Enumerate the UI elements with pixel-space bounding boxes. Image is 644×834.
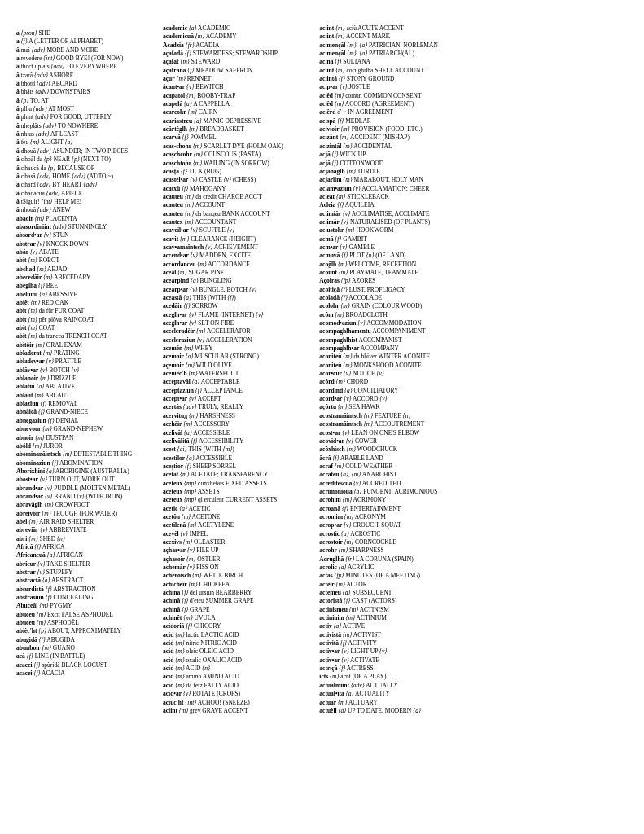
- list-item: acertăs {adv} TRULY, REALLY: [163, 403, 309, 411]
- list-item: ablatiù {a} ABLATIVE: [16, 383, 151, 391]
- list-item: acarcohr {m} CAIRN: [163, 108, 309, 116]
- list-item: acetăt {m} ACETATE; TRANSPARENCY: [163, 471, 309, 479]
- list-item: acleat {m} STICKLEBACK: [319, 193, 466, 201]
- list-item: acav•amaîntsch {v} ACHIEVEMENT: [163, 244, 309, 252]
- list-item: â c'hoăl da {p} NEAR {p} (NEXT TO): [16, 156, 151, 164]
- list-item: academicuă {m} ACADEMY: [163, 33, 309, 41]
- list-item: abravăglh {m} CROWFOOT: [16, 501, 151, 509]
- list-item: aceglh•ar {v} FLAME (INTERNET) {v}: [163, 311, 309, 319]
- list-item: actualmiint {adv} ACTUALLY: [319, 682, 466, 690]
- list-item: acid {m} amino AMINO ACID: [163, 673, 309, 681]
- column-2: aciint {m} aciù ACUTE ACCENTaciint {m} A…: [314, 24, 471, 715]
- list-item: achină {f} d'eteu SUMMER GRAPE: [163, 597, 309, 605]
- list-item: acivioir {m} PROVISION (FOOD, ETC.): [319, 125, 466, 134]
- list-item: acavit {m} CLEARANCE (HEIGHT): [163, 235, 309, 244]
- list-item: Acleia {f} AQUILEIA: [319, 201, 466, 209]
- list-item: abreviăr {v} ABBREVIATE: [16, 526, 151, 534]
- list-item: acearp•ar {v} BUNGLE, BOTCH {v}: [163, 286, 309, 294]
- list-item: abit {m} pêr plòva RAINCOAT: [16, 316, 151, 324]
- list-item: actăs {fp} MINUTES (OF A MEETING): [319, 572, 466, 580]
- list-item: acor•cur {v} NOTICE {v}: [319, 370, 466, 378]
- list-item: această {a} THIS (WITH {f}): [163, 294, 309, 302]
- list-item: actiniuim {m} ACTINIUM: [319, 614, 466, 622]
- list-item: accordanceu {m} ACCORDANCE: [163, 261, 309, 269]
- list-item: ablaut {m} ABLAUT: [16, 392, 151, 400]
- list-item: abchad {m} ABJAD: [16, 266, 151, 274]
- list-item: aconiteù {m} da bhiver WINTER ACONITE: [319, 353, 466, 361]
- list-item: açafăt {m} STEWARD: [163, 58, 309, 66]
- list-item: acervituд {m} HARSHNESS: [163, 412, 309, 420]
- list-item: abnăică {f} GRAND-NIECE: [16, 408, 151, 416]
- list-item: acostramăintsch {m} FEATURE {n}: [319, 412, 466, 420]
- list-item: acid {m} ACID {n}: [163, 665, 309, 673]
- list-item: acapatol {m} BOOBY-TRAP: [163, 92, 309, 100]
- list-item: Africă {f} AFRICA: [16, 543, 151, 551]
- list-item: abaoir {m} PLACENTA: [16, 215, 151, 223]
- list-item: actriçă {f} ACTRESS: [319, 665, 466, 673]
- list-item: acid {m} oleic OLEIC ACID: [163, 647, 309, 656]
- list-item: Aborixhini {a} ABORIGINE (AUSTRALIA): [16, 467, 151, 476]
- list-item: absurdistă {f} ABSTRACTION: [16, 586, 151, 594]
- list-item: abecedăir {m} ABECEDARY: [16, 274, 151, 282]
- list-item: abiêt {m} RED OAK: [16, 299, 151, 307]
- list-item: Africancuă {a} AFRICAN: [16, 551, 151, 560]
- list-item: acrimoniouă {a} PUNGENT; ACRIMONIOUS: [319, 488, 466, 496]
- list-item: acă {f} LINE (IN BATTLE): [16, 652, 151, 661]
- list-item: abnevour {m} GRAND-NEPHEW: [16, 425, 151, 433]
- list-item: abit {m} ROBOT: [16, 257, 151, 265]
- list-item: abăr {v} ABATE: [16, 248, 151, 257]
- list-item: acreditescuă {v} ACCREDITED: [319, 480, 466, 488]
- list-item: acid {m} oxalic OXALIC ACID: [163, 656, 309, 665]
- list-item: acaveil•ar {v} SCUFFLE {v}: [163, 226, 309, 235]
- list-item: ablaziun {f} REMOVAL: [16, 400, 151, 408]
- list-item: accept•ar {v} ACCEPT: [163, 395, 309, 403]
- list-item: actuăr {m} ACTUARY: [319, 699, 466, 707]
- list-item: acmă {f} GAMBIT: [319, 235, 466, 244]
- list-item: aceteux {mp} ASSETS: [163, 488, 309, 496]
- list-item: aciêd {m} ACCORD (AGREEMENT): [319, 100, 466, 108]
- list-item: â feu {m} ALIGHT {a}: [16, 138, 151, 147]
- list-item: acordind {a} CONCILIATORY: [319, 387, 466, 395]
- list-item: abit {m} COAT: [16, 324, 151, 332]
- list-item: activistă {m} ACTIVIST: [319, 631, 466, 639]
- list-item: acehèir {m} ACCESSORY: [163, 420, 309, 428]
- list-item: acoiint {m} PLAYMATE, TEAMMATE: [319, 269, 466, 277]
- list-item: aclam•aziun {v} ACCLAMATION; CHEER: [319, 185, 466, 193]
- list-item: abstrar {v} KNOCK DOWN: [16, 240, 151, 248]
- list-item: actual•ită {a} ACTUALITY: [319, 690, 466, 698]
- list-item: acimençăl {m}, {a} PATRIARCH(AL): [319, 50, 466, 58]
- list-item: acastel•ar {v} CASTLE {v} (CHESS): [163, 176, 309, 184]
- list-item: acôxhisch {m} WOODCHUCK: [319, 446, 466, 454]
- list-item: activită {f} ACTIVITY: [319, 639, 466, 647]
- list-item: â c'hădacuă {adv} APIECE: [16, 190, 151, 198]
- list-item: academic {a} ACADEMIC: [163, 24, 309, 33]
- list-item: acimençăl {m}, {a} PATRICIAN, NOBLEMAN: [319, 42, 466, 50]
- list-item: achemăr {v} PISS ON: [163, 564, 309, 572]
- list-item: actuèll {a} UP TO DATE, MODERN {a}: [319, 707, 466, 715]
- list-item: achină {f} del ursiun BEARBERRY: [163, 589, 309, 597]
- list-item: abnegaziun {f} DENIAL: [16, 417, 151, 425]
- list-item: acevèl {v} IMPEL: [163, 530, 309, 538]
- page-container: a {pron} SHEa {f} A (LETTER OF ALPHABET)…: [16, 24, 628, 715]
- list-item: âcrâ {f} ARABLE LAND: [319, 454, 466, 463]
- left-column: a {pron} SHEa {f} A (LETTER OF ALPHABET)…: [16, 24, 163, 715]
- list-item: acas-chohr {m} SCARLET DYE (HOLM OAK): [163, 143, 309, 151]
- list-item: aceştior {f} SHEEP SORREL: [163, 463, 309, 471]
- list-item: â c'haucă da {p} BECAUSE OF: [16, 165, 151, 173]
- list-item: acauteu {m} da credit CHARGE ACC'T: [163, 193, 309, 201]
- list-item: âcant•ar {v} BEWITCH: [163, 83, 309, 91]
- list-item: acautex {m} ACCOUNTANT: [163, 218, 309, 226]
- list-item: â phint {adv} FOR GOOD, UTTERLY: [16, 113, 151, 121]
- list-item: açôrtu {m} SEA HAWK: [319, 403, 466, 411]
- list-item: actèir {m} ACTOR: [319, 581, 466, 589]
- list-item: acelivăl {a} ACCESSIBLE: [163, 429, 309, 437]
- column-3: [471, 24, 628, 715]
- list-item: acjariim {m} MARABOUT, HOLY MAN: [319, 176, 466, 184]
- list-item: abladerat {m} PRATING: [16, 349, 151, 358]
- list-item: activ•ar {v} ACTIVATE: [319, 656, 466, 665]
- list-item: acceptavăl {a} ACCEPTABLE: [163, 378, 309, 386]
- list-item: ablăv•ar {v} BOTCH {v}: [16, 367, 151, 375]
- list-item: açur {m} RENNET: [163, 75, 309, 83]
- list-item: açafadă {f} STEWARDESS; STEWARDSHIP: [163, 50, 309, 58]
- list-item: aceâl {m} SUGAR PINE: [163, 269, 309, 277]
